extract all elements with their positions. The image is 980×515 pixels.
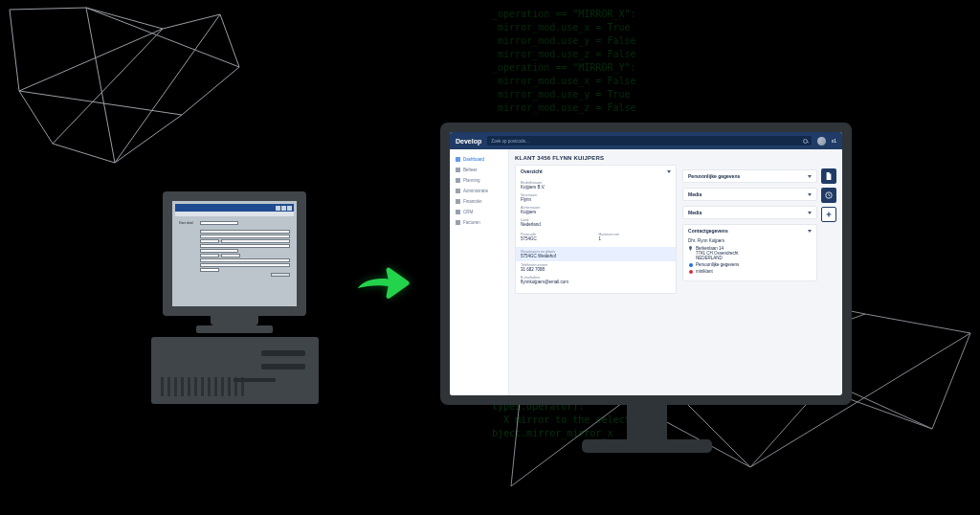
- sidebar-item-dashboard[interactable]: Dashboard: [454, 155, 504, 164]
- field-value: 5754GC: [521, 236, 593, 241]
- chevron-down-icon[interactable]: [667, 170, 671, 173]
- legacy-screen: Klant detail: [172, 201, 297, 306]
- sidebar-label: CRM: [463, 210, 473, 214]
- search-icon: [803, 139, 808, 144]
- chevron-down-icon: [808, 175, 812, 178]
- sidebar: Dashboard Beheer Planning Administratie …: [450, 149, 509, 395]
- card-media[interactable]: Media: [682, 188, 817, 201]
- card-title: Persoonlijke gegevens: [688, 173, 740, 179]
- grid-icon: [456, 157, 460, 162]
- legacy-ok-button: [271, 273, 290, 277]
- invoice-icon: [456, 220, 460, 225]
- chevron-down-icon: [808, 212, 812, 214]
- social-icon: [688, 269, 693, 274]
- legacy-monitor: Klant detail: [163, 191, 306, 316]
- legacy-input: [200, 244, 290, 248]
- action-add-button[interactable]: [821, 207, 836, 222]
- background-code-bottom: types.Operator): X mirror to the selecte…: [482, 392, 980, 507]
- address-line: NEDERLAND: [696, 256, 739, 260]
- action-column: [821, 155, 836, 390]
- modern-bezel: Develop Zoek op postcode... x1 Dashboard…: [440, 123, 852, 405]
- card-contactgegevens: Contactgegevens Dhr. Flynn Kuijpers Berk…: [682, 224, 817, 281]
- social-label: Persoonlijke gegevens: [696, 262, 739, 267]
- social-icon: [688, 262, 693, 267]
- legacy-input: [221, 254, 240, 258]
- main-content: KLANT 3456 FLYNN KUIJPERS Overzicht Bedr…: [509, 149, 842, 395]
- coins-icon: [456, 199, 460, 204]
- wireframe-top-left: [0, 0, 249, 201]
- legacy-input: [200, 239, 219, 243]
- users-icon: [456, 210, 460, 214]
- sidebar-label: Facturen: [463, 220, 480, 225]
- modern-app: Develop Zoek op postcode... x1 Dashboard…: [450, 132, 842, 395]
- action-document-button[interactable]: [821, 168, 836, 184]
- legacy-input: [200, 258, 290, 262]
- sidebar-label: Planning: [463, 178, 480, 183]
- sidebar-item-planning[interactable]: Planning: [454, 176, 504, 185]
- legacy-computer: Klant detail: [144, 191, 325, 404]
- folder-icon: [456, 189, 460, 193]
- layers-icon: [456, 168, 460, 172]
- legacy-input: [200, 249, 238, 253]
- card-title: Contactgegevens: [688, 228, 728, 234]
- sidebar-item-facturen[interactable]: Facturen: [454, 218, 504, 227]
- modern-monitor: Develop Zoek op postcode... x1 Dashboard…: [440, 123, 852, 405]
- legacy-titlebar: [175, 204, 294, 212]
- contact-name: Dhr. Flynn Kuijpers: [688, 238, 812, 243]
- card-overzicht: Overzicht BedrijfsnaamKuijpers B.V. Voor…: [515, 165, 677, 294]
- legacy-close-icon: [287, 206, 292, 211]
- field-value: Kuijpers: [521, 210, 671, 214]
- sidebar-item-crm[interactable]: CRM: [454, 208, 504, 216]
- legacy-input: [200, 254, 219, 258]
- legacy-form: Klant detail: [175, 216, 294, 281]
- app-brand: Develop: [456, 138, 481, 145]
- legacy-field-label: Klant detail: [179, 221, 198, 225]
- sidebar-label: Dashboard: [463, 157, 484, 162]
- sidebar-label: Beheer: [463, 168, 478, 172]
- field-value: 1: [599, 236, 672, 241]
- legacy-input: [200, 230, 290, 234]
- sidebar-item-administratie[interactable]: Administratie: [454, 187, 504, 195]
- legacy-input: [200, 263, 290, 267]
- card-title: Media: [688, 191, 702, 197]
- search-placeholder: Zoek op postcode...: [491, 139, 529, 144]
- field-value: Nederland: [521, 222, 671, 227]
- legacy-input: [221, 239, 290, 243]
- legacy-max-icon: [281, 206, 286, 211]
- legacy-stand: [196, 325, 273, 333]
- card-title: Overzicht: [521, 168, 543, 174]
- location-icon: [688, 246, 693, 251]
- field-value: 31 682 7088: [521, 267, 671, 272]
- monitor-stand: [582, 439, 712, 453]
- highlighted-field: Straatnaam en plaats 5754GC Weidehof: [516, 247, 676, 261]
- field-value: Flynn: [521, 197, 671, 202]
- legacy-input: [200, 235, 290, 238]
- card-title: Media: [688, 210, 702, 215]
- field-value: Kuijpers B.V.: [521, 185, 671, 190]
- page-title: KLANT 3456 FLYNN KUIJPERS: [515, 155, 677, 161]
- transition-arrow-icon: [354, 263, 412, 313]
- chevron-down-icon[interactable]: [808, 230, 812, 233]
- action-history-button[interactable]: [821, 188, 836, 203]
- sidebar-label: Administratie: [463, 189, 488, 193]
- social-label: miniklant: [696, 269, 713, 274]
- search-input[interactable]: Zoek op postcode...: [487, 136, 811, 146]
- zoom-level: x1: [832, 138, 836, 144]
- calendar-icon: [456, 178, 460, 183]
- legacy-input: [200, 268, 219, 272]
- sidebar-item-beheer[interactable]: Beheer: [454, 166, 504, 174]
- card-persoonlijke-gegevens[interactable]: Persoonlijke gegevens: [682, 169, 817, 183]
- sidebar-label: Financiën: [463, 199, 482, 204]
- app-header: Develop Zoek op postcode... x1: [450, 132, 842, 149]
- card-media-2[interactable]: Media: [682, 206, 817, 219]
- legacy-tower: [151, 337, 319, 404]
- field-value: 5754GC Weidehof: [521, 254, 671, 258]
- user-avatar[interactable]: [817, 137, 826, 146]
- legacy-min-icon: [276, 206, 280, 211]
- legacy-input: [200, 221, 238, 225]
- chevron-down-icon: [808, 193, 812, 196]
- field-value: flynnkuijpers@email.com: [521, 280, 671, 284]
- sidebar-item-financien[interactable]: Financiën: [454, 197, 504, 206]
